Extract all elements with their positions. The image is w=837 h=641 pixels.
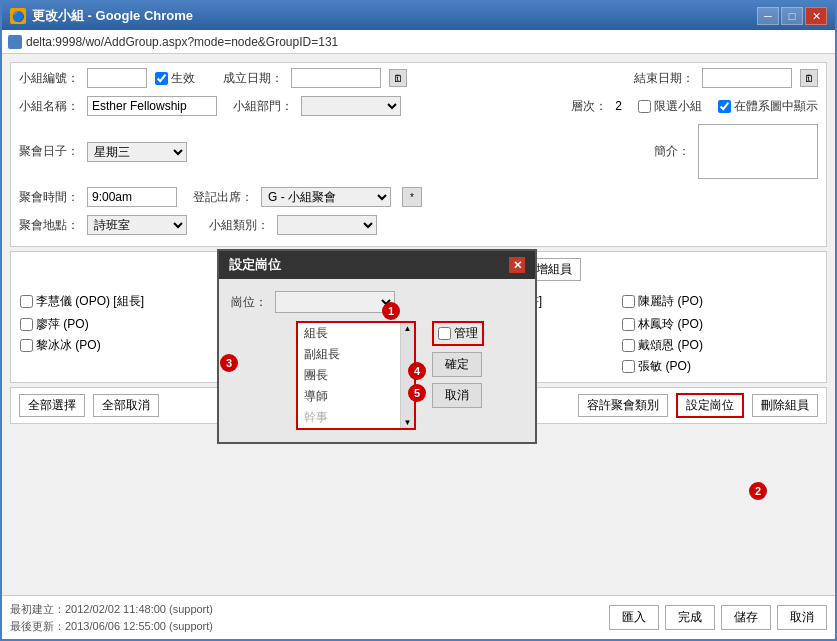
member-name: 張敏 (PO) bbox=[638, 358, 691, 375]
list-item: 戴頌恩 (PO) bbox=[621, 336, 818, 355]
group-type-select[interactable] bbox=[277, 215, 377, 235]
delete-member-button[interactable]: 刪除組員 bbox=[752, 394, 818, 417]
department-select[interactable] bbox=[301, 96, 401, 116]
show-chart-label: 在體系圖中顯示 bbox=[734, 98, 818, 115]
member-name: 戴頌恩 (PO) bbox=[638, 337, 703, 354]
dialog-dropdown-area: 組長 副組長 團長 導師 幹事 ▲ ▼ bbox=[231, 321, 523, 430]
list-item: 張敏 (PO) bbox=[621, 357, 818, 376]
group-name-label: 小組名稱： bbox=[19, 98, 79, 115]
complete-button[interactable]: 完成 bbox=[665, 605, 715, 630]
group-code-input[interactable] bbox=[87, 68, 147, 88]
end-date-label: 結束日期： bbox=[634, 70, 694, 87]
member-name: 林鳳玲 (PO) bbox=[638, 316, 703, 333]
cancel-button[interactable]: 取消 bbox=[777, 605, 827, 630]
allow-type-button[interactable]: 容許聚會類別 bbox=[578, 394, 668, 417]
main-content: 小組編號： 生效 成立日期： 🗓 結束日期： 🗓 小組名稱： 小組部門： bbox=[2, 54, 835, 595]
member-checkbox[interactable] bbox=[20, 295, 33, 308]
meeting-place-label: 聚會地點： bbox=[19, 217, 79, 234]
limit-group-checkbox[interactable] bbox=[638, 100, 651, 113]
meeting-place-select[interactable]: 詩班室 bbox=[87, 215, 187, 235]
set-position-dialog: 設定崗位 ✕ 崗位： 組長 副組長 團長 導師 幹事 bbox=[217, 249, 537, 444]
dialog-close-button[interactable]: ✕ bbox=[509, 257, 525, 273]
active-checkbox[interactable] bbox=[155, 72, 168, 85]
member-checkbox[interactable] bbox=[622, 318, 635, 331]
dropdown-list-box: 組長 副組長 團長 導師 幹事 ▲ ▼ bbox=[296, 321, 416, 430]
dialog-body: 崗位： 組長 副組長 團長 導師 幹事 bbox=[219, 279, 535, 442]
dropdown-item-vice-leader[interactable]: 副組長 bbox=[298, 344, 414, 365]
member-checkbox[interactable] bbox=[20, 318, 33, 331]
dropdown-item-teacher[interactable]: 導師 bbox=[298, 386, 414, 407]
footer-buttons: 匯入 完成 儲存 取消 bbox=[609, 605, 827, 630]
list-item: 李慧儀 (OPO) [組長] bbox=[19, 289, 216, 313]
level-value: 2 bbox=[615, 99, 622, 113]
introduction-textarea[interactable] bbox=[698, 124, 818, 179]
maximize-button[interactable]: □ bbox=[781, 7, 803, 25]
dialog-cancel-button[interactable]: 取消 bbox=[432, 383, 482, 408]
introduction-label: 簡介： bbox=[654, 143, 690, 160]
end-date-calendar[interactable]: 🗓 bbox=[800, 69, 818, 87]
dropdown-scroll-area: 組長 副組長 團長 導師 幹事 bbox=[298, 323, 414, 428]
meeting-day-select[interactable]: 星期三 bbox=[87, 142, 187, 162]
window-title: 更改小組 - Google Chrome bbox=[32, 7, 193, 25]
member-checkbox[interactable] bbox=[622, 360, 635, 373]
badge-1: 1 bbox=[382, 302, 400, 320]
dialog-confirm-button[interactable]: 確定 bbox=[432, 352, 482, 377]
deselect-all-button[interactable]: 全部取消 bbox=[93, 394, 159, 417]
close-button[interactable]: ✕ bbox=[805, 7, 827, 25]
establish-date-input[interactable] bbox=[291, 68, 381, 88]
created-text: 最初建立：2012/02/02 11:48:00 (support) bbox=[10, 601, 213, 618]
limit-group-label: 限選小組 bbox=[654, 98, 702, 115]
level-label: 層次： bbox=[571, 98, 607, 115]
member-name: 李慧儀 (OPO) [組長] bbox=[36, 293, 144, 310]
dropdown-item-group-leader[interactable]: 組長 bbox=[298, 323, 414, 344]
establish-date-calendar[interactable]: 🗓 bbox=[389, 69, 407, 87]
select-all-button[interactable]: 全部選擇 bbox=[19, 394, 85, 417]
checkin-settings-btn[interactable]: * bbox=[402, 187, 422, 207]
set-position-button[interactable]: 設定崗位 bbox=[676, 393, 744, 418]
member-checkbox[interactable] bbox=[622, 295, 635, 308]
page-icon bbox=[8, 35, 22, 49]
limit-group-checkbox-group: 限選小組 bbox=[638, 98, 702, 115]
member-name: 廖萍 (PO) bbox=[36, 316, 89, 333]
manage-checkbox-wrapper: 管理 bbox=[432, 321, 484, 346]
minimize-button[interactable]: ─ bbox=[757, 7, 779, 25]
meeting-time-label: 聚會時間： bbox=[19, 189, 79, 206]
member-name: 黎冰冰 (PO) bbox=[36, 337, 101, 354]
window-controls: ─ □ ✕ bbox=[757, 7, 827, 25]
active-label: 生效 bbox=[171, 70, 195, 87]
member-checkbox[interactable] bbox=[622, 339, 635, 352]
meeting-day-label: 聚會日子： bbox=[19, 143, 79, 160]
form-section: 小組編號： 生效 成立日期： 🗓 結束日期： 🗓 小組名稱： 小組部門： bbox=[10, 62, 827, 247]
import-button[interactable]: 匯入 bbox=[609, 605, 659, 630]
active-checkbox-group: 生效 bbox=[155, 70, 195, 87]
dialog-right-buttons: 管理 確定 取消 bbox=[432, 321, 484, 408]
title-bar: 🔵 更改小組 - Google Chrome ─ □ ✕ bbox=[2, 2, 835, 30]
updated-text: 最後更新：2013/06/06 12:55:00 (support) bbox=[10, 618, 213, 635]
checkin-select[interactable]: G - 小組聚會 bbox=[261, 187, 391, 207]
end-date-input[interactable] bbox=[702, 68, 792, 88]
manage-checkbox[interactable] bbox=[438, 327, 451, 340]
dropdown-item-officer[interactable]: 幹事 bbox=[298, 407, 414, 428]
save-button[interactable]: 儲存 bbox=[721, 605, 771, 630]
show-chart-checkbox[interactable] bbox=[718, 100, 731, 113]
app-icon: 🔵 bbox=[10, 8, 26, 24]
meeting-time-input[interactable] bbox=[87, 187, 177, 207]
manage-label: 管理 bbox=[454, 325, 478, 342]
dropdown-item-team-leader[interactable]: 團長 bbox=[298, 365, 414, 386]
badge-4: 4 bbox=[408, 362, 426, 380]
badge-2: 2 bbox=[749, 482, 767, 500]
group-type-label: 小組類別： bbox=[209, 217, 269, 234]
badge-3: 3 bbox=[220, 354, 238, 372]
list-item: 陳麗詩 (PO) bbox=[621, 289, 818, 313]
address-bar: delta:9998/wo/AddGroup.aspx?mode=node&Gr… bbox=[2, 30, 835, 54]
dialog-title-text: 設定崗位 bbox=[229, 256, 281, 274]
list-item: 林鳳玲 (PO) bbox=[621, 315, 818, 334]
dialog-title-bar: 設定崗位 ✕ bbox=[219, 251, 535, 279]
dialog-position-label: 崗位： bbox=[231, 294, 267, 311]
member-checkbox[interactable] bbox=[20, 339, 33, 352]
group-name-input[interactable] bbox=[87, 96, 217, 116]
list-item: 黎冰冰 (PO) bbox=[19, 336, 216, 355]
department-label: 小組部門： bbox=[233, 98, 293, 115]
position-select[interactable]: 組長 副組長 團長 導師 幹事 bbox=[275, 291, 395, 313]
position-dropdown-wrapper: 組長 副組長 團長 導師 幹事 bbox=[275, 291, 395, 313]
